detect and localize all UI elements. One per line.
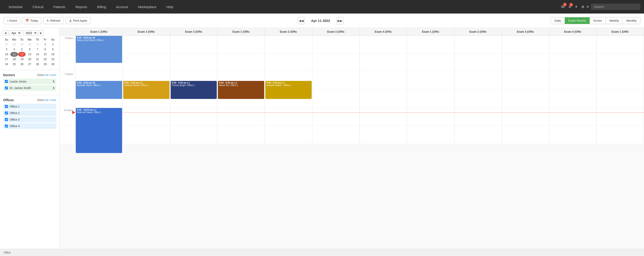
cal-cell-1-5[interactable] (123, 126, 170, 144)
mini-cal-day[interactable]: 20 (26, 57, 34, 62)
view-daily-button[interactable]: Daily (551, 17, 565, 24)
add-event-button[interactable]: + Event (4, 17, 20, 24)
cal-cell-6-2[interactable] (360, 72, 407, 90)
cal-col-11[interactable] (596, 36, 644, 144)
mini-cal-day[interactable]: 13 (26, 52, 34, 57)
doctor-checkbox-laurie[interactable] (5, 80, 8, 83)
cal-cell-7-0[interactable] (407, 36, 454, 54)
mini-cal-day[interactable]: 24 (3, 62, 10, 67)
mini-cal-day[interactable]: 27 (3, 42, 10, 47)
appointment-6[interactable]: 9:50 - 10:50 am LJReferral Patient: Offi… (76, 108, 122, 153)
cal-col-4[interactable]: 9:00 - 9:30 am LJSample Patient : Office… (265, 36, 312, 144)
cal-col-3[interactable]: 9:00 - 9:30 am LJAlexis Wu: Office 2 (218, 36, 265, 144)
cal-cell-8-5[interactable] (454, 126, 502, 144)
cal-col-5[interactable] (312, 36, 360, 144)
cal-col-6[interactable] (360, 36, 407, 144)
offices-select-all[interactable]: all (45, 98, 48, 102)
cal-cell-6-5[interactable] (360, 126, 407, 144)
cal-col-8[interactable] (454, 36, 502, 144)
notif-icon[interactable]: ≡ 2 (568, 4, 571, 10)
cal-cell-9-2[interactable] (502, 72, 549, 90)
office-checkbox-2[interactable] (5, 111, 8, 114)
offices-select-none[interactable]: none (50, 98, 56, 102)
cal-cell-5-1[interactable] (312, 54, 360, 72)
cal-cell-6-1[interactable] (360, 54, 407, 72)
appointment-4[interactable]: 9:00 - 9:30 am LJAlexis Wu: Office 2 (218, 81, 264, 99)
cal-cell-8-0[interactable] (454, 36, 502, 54)
view-weekly-button[interactable]: Weekly (606, 17, 623, 24)
doctor-checkbox-james[interactable] (5, 86, 8, 89)
mini-cal-day[interactable]: 4 (10, 47, 18, 52)
cal-cell-10-5[interactable] (549, 126, 596, 144)
cal-cell-1-0[interactable] (123, 36, 170, 54)
cal-cell-7-4[interactable] (407, 108, 454, 126)
mini-cal-day[interactable]: 26 (18, 62, 26, 67)
cal-cell-10-3[interactable] (549, 90, 596, 108)
mini-cal-day[interactable]: 29 (41, 62, 49, 67)
mini-cal-day[interactable]: 29 (18, 42, 26, 47)
nav-help[interactable]: Help (162, 0, 178, 14)
nav-clinical[interactable]: Clinical (28, 0, 48, 14)
cal-cell-10-1[interactable] (549, 54, 596, 72)
cal-cell-5-5[interactable] (312, 126, 360, 144)
mini-cal-year-select[interactable]: 2022 (23, 30, 37, 36)
cal-cell-1-1[interactable] (123, 54, 170, 72)
mini-cal-month-select[interactable]: Apr (9, 30, 21, 36)
mini-cal-day[interactable]: 2 (49, 42, 57, 47)
view-exam-rooms-button[interactable]: Exam Rooms (565, 17, 590, 24)
cal-col-7[interactable] (407, 36, 454, 144)
cal-cell-9-1[interactable] (502, 54, 549, 72)
mini-cal-day[interactable]: 8 (41, 47, 49, 52)
mini-cal-day[interactable]: 1 (41, 42, 49, 47)
appointment-2[interactable]: 9:00 - 9:30 am LJSample Patient: Office … (123, 81, 170, 99)
mini-cal-next-button[interactable]: ▶ (38, 30, 44, 36)
mini-cal-day[interactable]: 6 (26, 47, 34, 52)
cal-cell-2-4[interactable] (170, 108, 218, 126)
appointment-3[interactable]: 9:00 - 9:30 am LJChrissy Bright: Office … (171, 81, 217, 99)
mini-cal-day[interactable]: 18 (10, 57, 18, 62)
cal-cell-3-0[interactable] (218, 36, 265, 54)
cal-cell-6-0[interactable] (360, 36, 407, 54)
view-monthly-button[interactable]: Monthly (623, 17, 640, 24)
mini-cal-day[interactable]: 31 (34, 42, 41, 47)
nav-patients[interactable]: Patients (48, 0, 70, 14)
calendar-area[interactable]: Exam 1 (Offic Exam 2 (Offic Exam 3 (Offi… (60, 28, 644, 256)
cal-cell-5-2[interactable] (312, 72, 360, 90)
mini-cal-day[interactable]: 5 (18, 47, 26, 52)
cal-cell-3-4[interactable] (218, 108, 265, 126)
mini-cal-day[interactable]: 21 (34, 57, 41, 62)
cal-cell-10-2[interactable] (549, 72, 596, 90)
cal-col-9[interactable] (502, 36, 549, 144)
cal-cell-7-1[interactable] (407, 54, 454, 72)
mini-cal-day[interactable]: 22 (41, 57, 49, 62)
cal-cell-4-0[interactable] (265, 36, 312, 54)
cal-cell-4-1[interactable] (265, 54, 312, 72)
cal-cell-2-0[interactable] (170, 36, 218, 54)
office-checkbox-1[interactable] (5, 105, 8, 108)
cal-cell-10-4[interactable] (549, 108, 596, 126)
cal-cell-3-5[interactable] (218, 126, 265, 144)
mini-cal-day[interactable]: 15 (41, 52, 49, 57)
mini-cal-day[interactable]: 3 (3, 47, 10, 52)
cal-cell-11-3[interactable] (596, 90, 644, 108)
cal-cell-8-2[interactable] (454, 72, 502, 90)
today-button[interactable]: 📅 Today (22, 17, 41, 24)
doctors-select-none[interactable]: none (50, 73, 56, 77)
cal-cell-7-3[interactable] (407, 90, 454, 108)
cal-cell-3-1[interactable] (218, 54, 265, 72)
nav-account[interactable]: Account (111, 0, 133, 14)
cal-col-0[interactable]: 8:20 - 8:50 am JSJenny (Jen) Harris: Off… (75, 36, 123, 144)
cal-cell-2-1[interactable] (170, 54, 218, 72)
appointment-1[interactable]: 9:00 - 9:30 am JSMichelle Harris: Office… (76, 81, 122, 99)
cal-cell-1-4[interactable] (123, 108, 170, 126)
cal-cell-8-4[interactable] (454, 108, 502, 126)
mini-cal-day[interactable]: 14 (34, 52, 41, 57)
cal-cell-5-4[interactable] (312, 108, 360, 126)
mini-cal-day[interactable]: 9 (49, 47, 57, 52)
print-button[interactable]: 🖨 Print Appts (66, 17, 90, 24)
cal-cell-6-3[interactable] (360, 90, 407, 108)
mini-cal-day[interactable]: 17 (3, 57, 10, 62)
view-doctor-button[interactable]: Doctor (590, 17, 606, 24)
prev-date-button[interactable]: ◀◀ (298, 17, 305, 24)
cal-cell-4-5[interactable] (265, 126, 312, 144)
